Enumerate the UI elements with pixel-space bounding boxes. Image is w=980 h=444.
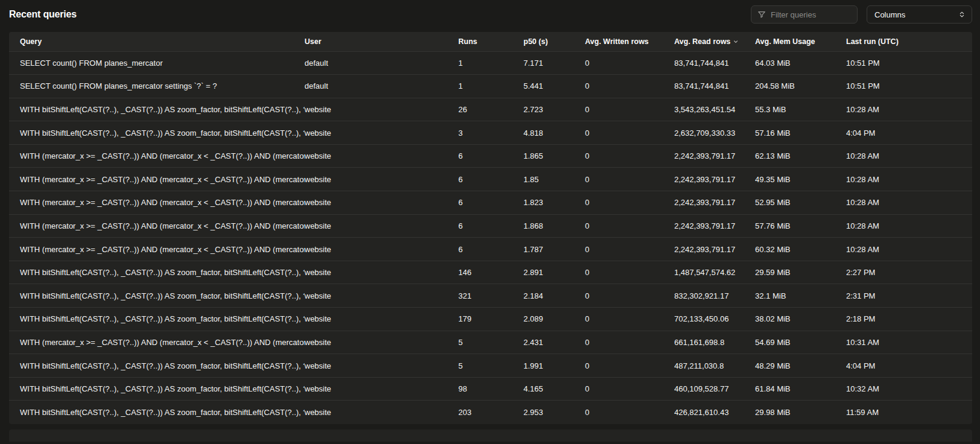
header-last-run[interactable]: Last run (UTC) bbox=[846, 32, 972, 51]
table-row[interactable]: WITH (mercator_x >= _CAST(?..)) AND (mer… bbox=[9, 168, 972, 191]
header-runs[interactable]: Runs bbox=[458, 32, 523, 51]
header-p50[interactable]: p50 (s) bbox=[523, 32, 585, 51]
p50-cell: 2.953 bbox=[523, 401, 585, 424]
last-run-cell: 10:28 AM bbox=[846, 98, 972, 121]
table-row[interactable]: WITH bitShiftLeft(CAST(?..), _CAST(?..))… bbox=[9, 354, 972, 378]
avg-read-rows-cell: 2,242,393,791.17 bbox=[674, 168, 755, 191]
header-query[interactable]: Query bbox=[9, 32, 305, 51]
query-cell: WITH bitShiftLeft(CAST(?..), _CAST(?..))… bbox=[9, 377, 305, 401]
table-row[interactable]: WITH bitShiftLeft(CAST(?..), _CAST(?..))… bbox=[9, 261, 972, 284]
p50-cell: 4.818 bbox=[523, 121, 585, 145]
runs-cell: 6 bbox=[458, 168, 523, 191]
filter-queries-box[interactable] bbox=[751, 5, 858, 24]
user-cell: website bbox=[305, 168, 458, 191]
avg-read-rows-cell: 2,242,393,791.17 bbox=[674, 238, 755, 261]
table-row[interactable]: WITH bitShiftLeft(CAST(?..), _CAST(?..))… bbox=[9, 308, 972, 331]
query-cell: WITH (mercator_x >= _CAST(?..)) AND (mer… bbox=[9, 191, 305, 215]
avg-written-rows-cell: 0 bbox=[585, 308, 674, 331]
avg-mem-usage-cell: 48.29 MiB bbox=[755, 354, 846, 378]
last-run-cell: 2:31 PM bbox=[846, 284, 972, 308]
filter-queries-input[interactable] bbox=[771, 10, 851, 19]
table-row[interactable]: WITH bitShiftLeft(CAST(?..), _CAST(?..))… bbox=[9, 401, 972, 424]
sort-chevron-down-icon bbox=[733, 39, 739, 45]
last-run-cell: 10:28 AM bbox=[846, 191, 972, 215]
table-row[interactable]: WITH bitShiftLeft(CAST(?..), _CAST(?..))… bbox=[9, 377, 972, 401]
last-run-cell: 10:51 PM bbox=[846, 75, 972, 98]
last-run-cell: 10:32 AM bbox=[846, 377, 972, 401]
runs-cell: 98 bbox=[458, 377, 523, 401]
user-cell: website bbox=[305, 331, 458, 354]
runs-cell: 6 bbox=[458, 144, 523, 168]
last-run-cell: 10:31 AM bbox=[846, 331, 972, 354]
query-cell: SELECT count() FROM planes_mercator bbox=[9, 51, 305, 75]
user-cell: default bbox=[305, 51, 458, 75]
p50-cell: 7.171 bbox=[523, 51, 585, 75]
user-cell: website bbox=[305, 354, 458, 378]
avg-mem-usage-cell: 54.69 MiB bbox=[755, 331, 846, 354]
table-row[interactable]: WITH (mercator_x >= _CAST(?..)) AND (mer… bbox=[9, 238, 972, 261]
header-user[interactable]: User bbox=[305, 32, 458, 51]
p50-cell: 1.991 bbox=[523, 354, 585, 378]
user-cell: website bbox=[305, 261, 458, 284]
table-row[interactable]: WITH bitShiftLeft(CAST(?..), _CAST(?..))… bbox=[9, 98, 972, 121]
last-run-cell: 4:04 PM bbox=[846, 121, 972, 145]
table-row[interactable]: WITH (mercator_x >= _CAST(?..)) AND (mer… bbox=[9, 144, 972, 168]
header-avg-read-rows-label: Avg. Read rows bbox=[674, 37, 730, 46]
avg-mem-usage-cell: 57.76 MiB bbox=[755, 214, 846, 238]
user-cell: website bbox=[305, 238, 458, 261]
header-avg-written-rows[interactable]: Avg. Written rows bbox=[585, 32, 674, 51]
columns-select[interactable]: Columns bbox=[867, 5, 972, 24]
table-row[interactable]: WITH bitShiftLeft(CAST(?..), _CAST(?..))… bbox=[9, 121, 972, 145]
avg-written-rows-cell: 0 bbox=[585, 284, 674, 308]
avg-mem-usage-cell: 60.32 MiB bbox=[755, 238, 846, 261]
runs-cell: 179 bbox=[458, 308, 523, 331]
last-run-cell: 10:28 AM bbox=[846, 168, 972, 191]
topbar: Recent queries Columns bbox=[0, 0, 980, 24]
avg-read-rows-cell: 661,161,698.8 bbox=[674, 331, 755, 354]
columns-select-label: Columns bbox=[874, 10, 905, 19]
query-cell: WITH bitShiftLeft(CAST(?..), _CAST(?..))… bbox=[9, 98, 305, 121]
runs-cell: 6 bbox=[458, 214, 523, 238]
query-cell: WITH (mercator_x >= _CAST(?..)) AND (mer… bbox=[9, 238, 305, 261]
avg-mem-usage-cell: 32.1 MiB bbox=[755, 284, 846, 308]
table-row[interactable]: WITH (mercator_x >= _CAST(?..)) AND (mer… bbox=[9, 191, 972, 215]
avg-written-rows-cell: 0 bbox=[585, 168, 674, 191]
avg-read-rows-cell: 2,242,393,791.17 bbox=[674, 214, 755, 238]
query-cell: WITH bitShiftLeft(CAST(?..), _CAST(?..))… bbox=[9, 308, 305, 331]
user-cell: website bbox=[305, 214, 458, 238]
avg-read-rows-cell: 2,242,393,791.17 bbox=[674, 144, 755, 168]
user-cell: website bbox=[305, 98, 458, 121]
last-run-cell: 2:18 PM bbox=[846, 308, 972, 331]
runs-cell: 5 bbox=[458, 354, 523, 378]
query-cell: WITH (mercator_x >= _CAST(?..)) AND (mer… bbox=[9, 168, 305, 191]
user-cell: website bbox=[305, 284, 458, 308]
user-cell: website bbox=[305, 121, 458, 145]
p50-cell: 2.723 bbox=[523, 98, 585, 121]
runs-cell: 1 bbox=[458, 75, 523, 98]
p50-cell: 2.431 bbox=[523, 331, 585, 354]
table-row[interactable]: SELECT count() FROM planes_mercator defa… bbox=[9, 51, 972, 75]
table-row[interactable]: SELECT count() FROM planes_mercator sett… bbox=[9, 75, 972, 98]
avg-mem-usage-cell: 57.16 MiB bbox=[755, 121, 846, 145]
p50-cell: 1.787 bbox=[523, 238, 585, 261]
user-cell: website bbox=[305, 308, 458, 331]
p50-cell: 1.85 bbox=[523, 168, 585, 191]
runs-cell: 6 bbox=[458, 191, 523, 215]
avg-read-rows-cell: 3,543,263,451.54 bbox=[674, 98, 755, 121]
avg-written-rows-cell: 0 bbox=[585, 354, 674, 378]
query-cell: WITH bitShiftLeft(CAST(?..), _CAST(?..))… bbox=[9, 284, 305, 308]
p50-cell: 1.823 bbox=[523, 191, 585, 215]
table-header-row: Query User Runs p50 (s) Avg. Written row… bbox=[9, 32, 972, 51]
header-avg-read-rows[interactable]: Avg. Read rows bbox=[674, 32, 755, 51]
p50-cell: 5.441 bbox=[523, 75, 585, 98]
p50-cell: 1.865 bbox=[523, 144, 585, 168]
funnel-icon bbox=[757, 10, 766, 19]
last-run-cell: 2:27 PM bbox=[846, 261, 972, 284]
query-cell: WITH (mercator_x >= _CAST(?..)) AND (mer… bbox=[9, 214, 305, 238]
table-row[interactable]: WITH bitShiftLeft(CAST(?..), _CAST(?..))… bbox=[9, 284, 972, 308]
table-row[interactable]: WITH (mercator_x >= _CAST(?..)) AND (mer… bbox=[9, 214, 972, 238]
table-row[interactable]: WITH (mercator_x >= _CAST(?..)) AND (mer… bbox=[9, 331, 972, 354]
last-run-cell: 11:59 AM bbox=[846, 401, 972, 424]
avg-written-rows-cell: 0 bbox=[585, 51, 674, 75]
header-avg-mem-usage[interactable]: Avg. Mem Usage bbox=[755, 32, 846, 51]
